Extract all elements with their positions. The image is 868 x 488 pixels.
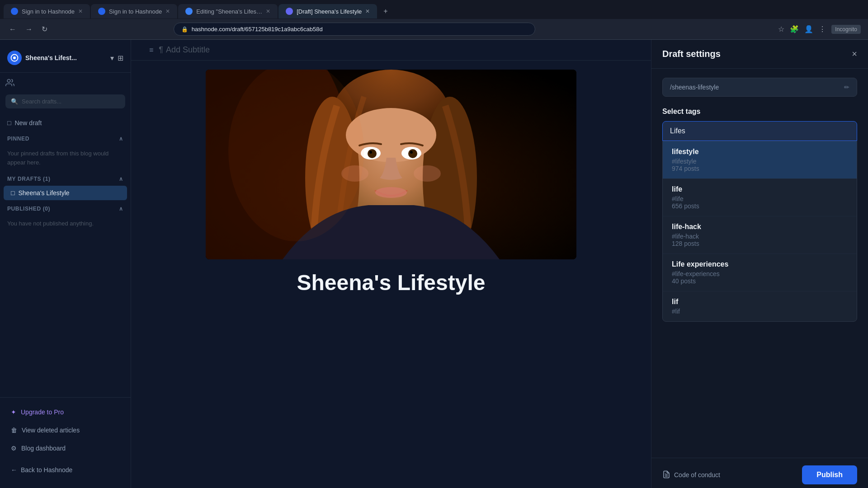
tag-hash-life: #life xyxy=(672,195,848,202)
tag-hash-life-experiences: #life-experiences xyxy=(672,270,848,277)
tab-close-1[interactable]: ✕ xyxy=(78,8,83,14)
publish-button[interactable]: Publish xyxy=(802,465,857,484)
panel-content: /sheenas-lifestyle ✏ Select tags lifesty… xyxy=(651,69,868,458)
tag-name-lifestyle: lifestyle xyxy=(672,148,848,156)
pinned-collapse-icon[interactable]: ∧ xyxy=(119,136,123,142)
tab-label-4: [Draft] Sheena's Lifestyle xyxy=(297,8,362,15)
url-field: /sheenas-lifestyle ✏ xyxy=(662,78,857,97)
pinned-label: PINNED xyxy=(7,136,29,142)
url-bar[interactable]: 🔒 hashnode.com/draft/657125b819c1a9abc6c… xyxy=(174,23,535,36)
article-title[interactable]: Sheena's Lifestyle xyxy=(297,270,486,295)
published-collapse-icon[interactable]: ∧ xyxy=(119,206,123,212)
tags-dropdown: lifestyle #lifestyle 974 posts life #lif… xyxy=(662,141,857,322)
code-of-conduct-label: Code of conduct xyxy=(674,471,720,479)
new-tab-button[interactable]: + xyxy=(378,4,393,19)
blog-dashboard-button[interactable]: ⚙ Blog dashboard xyxy=(7,441,123,455)
tag-name-life: life xyxy=(672,185,848,193)
dashboard-label: Blog dashboard xyxy=(21,445,66,452)
url-text: hashnode.com/draft/657125b819c1a9abc6cab… xyxy=(192,26,323,33)
deleted-label: View deleted articles xyxy=(22,427,80,434)
published-section-header: PUBLISHED (0) ∧ xyxy=(0,200,131,216)
tag-name-life-hack: life-hack xyxy=(672,223,848,231)
pinned-empty-text: Your pinned drafts from this blog would … xyxy=(0,145,131,170)
my-drafts-section-header: MY DRAFTS (1) ∧ xyxy=(0,170,131,186)
tab-close-4[interactable]: ✕ xyxy=(365,8,370,14)
menu-icon[interactable]: ⋮ xyxy=(819,25,826,33)
published-empty-text: You have not published anything. xyxy=(0,216,131,232)
chevron-down-icon[interactable]: ▾ xyxy=(110,54,114,62)
search-bar[interactable]: 🔍 Search drafts... xyxy=(5,94,125,108)
hero-photo xyxy=(206,70,576,259)
my-drafts-label: MY DRAFTS (1) xyxy=(7,176,51,182)
tag-item-life-hack[interactable]: life-hack #life-hack 128 posts xyxy=(663,216,857,254)
back-label: Back to Hashnode xyxy=(21,466,72,474)
browser-chrome: Sign in to Hashnode ✕ Sign in to Hashnod… xyxy=(0,0,868,40)
star-icon: ✦ xyxy=(11,408,16,416)
tag-item-lif[interactable]: lif #lif xyxy=(663,291,857,321)
trash-icon: 🗑 xyxy=(11,427,17,434)
browser-actions: ☆ 🧩 👤 ⋮ Incognito xyxy=(778,25,861,34)
tab-close-2[interactable]: ✕ xyxy=(165,8,170,14)
tab-1[interactable]: Sign in to Hashnode ✕ xyxy=(4,4,90,19)
url-value: /sheenas-lifestyle xyxy=(670,84,719,91)
tab-favicon-2 xyxy=(98,8,105,15)
svg-point-17 xyxy=(410,151,413,154)
new-draft-label: New draft xyxy=(14,119,42,127)
svg-point-14 xyxy=(368,149,377,158)
svg-point-20 xyxy=(414,165,441,182)
blog-title: Sheena's Lifest... xyxy=(25,54,107,61)
url-edit-icon[interactable]: ✏ xyxy=(844,84,849,91)
sidebar-bottom: ✦ Upgrade to Pro 🗑 View deleted articles… xyxy=(0,397,131,484)
new-tab-icon[interactable]: ⊞ xyxy=(118,54,123,62)
tags-label: Select tags xyxy=(662,108,857,116)
draft-label: Sheena's Lifestyle xyxy=(18,189,69,197)
tag-item-life[interactable]: life #life 656 posts xyxy=(663,179,857,216)
back-to-hashnode-button[interactable]: ← Back to Hashnode xyxy=(7,463,123,477)
new-draft-icon: □ xyxy=(7,119,11,127)
svg-point-18 xyxy=(375,187,407,198)
tag-hash-lif: #lif xyxy=(672,308,848,315)
profile-icon[interactable]: 👤 xyxy=(804,25,813,33)
bookmark-icon[interactable]: ☆ xyxy=(778,25,784,33)
hero-image xyxy=(206,70,576,259)
svg-point-2 xyxy=(7,80,10,83)
svg-point-16 xyxy=(369,151,372,154)
search-icon: 🔍 xyxy=(11,98,18,105)
code-of-conduct-link[interactable]: Code of conduct xyxy=(662,470,720,480)
tag-posts-life: 656 posts xyxy=(672,202,848,210)
back-nav-button[interactable]: ← xyxy=(7,23,18,35)
add-subtitle-button[interactable]: ¶ Add Subtitle xyxy=(159,45,210,55)
tag-posts-life-experiences: 40 posts xyxy=(672,277,848,285)
sidebar: Sheena's Lifest... ▾ ⊞ 🔍 Search drafts..… xyxy=(0,40,131,488)
tag-item-lifestyle[interactable]: lifestyle #lifestyle 974 posts xyxy=(663,141,857,179)
add-subtitle-label: Add Subtitle xyxy=(166,45,210,55)
tab-label-3: Editing "Sheena's Lifestyle" xyxy=(196,8,262,15)
sidebar-header: Sheena's Lifest... ▾ ⊞ xyxy=(0,47,131,73)
tab-bar: Sign in to Hashnode ✕ Sign in to Hashnod… xyxy=(0,0,868,19)
sidebar-header-actions: ▾ ⊞ xyxy=(110,54,123,62)
back-arrow-icon: ← xyxy=(11,466,17,474)
tab-2[interactable]: Sign in to Hashnode ✕ xyxy=(91,4,177,19)
close-panel-button[interactable]: × xyxy=(852,49,857,59)
tab-4[interactable]: [Draft] Sheena's Lifestyle ✕ xyxy=(278,4,377,19)
forward-nav-button[interactable]: → xyxy=(24,23,34,35)
editor-content[interactable]: Sheena's Lifestyle xyxy=(131,61,651,488)
draft-settings-panel: Draft settings × /sheenas-lifestyle ✏ Se… xyxy=(651,40,868,488)
reload-button[interactable]: ↻ xyxy=(40,23,49,35)
svg-point-15 xyxy=(408,149,417,158)
my-drafts-collapse-icon[interactable]: ∧ xyxy=(119,176,123,182)
new-draft-button[interactable]: □ New draft xyxy=(0,116,131,130)
extensions-icon[interactable]: 🧩 xyxy=(790,25,799,33)
tags-input[interactable] xyxy=(662,121,857,141)
tab-label-2: Sign in to Hashnode xyxy=(109,8,162,15)
draft-item-sheenas-lifestyle[interactable]: □ Sheena's Lifestyle xyxy=(4,186,127,200)
tab-close-3[interactable]: ✕ xyxy=(266,8,270,14)
view-deleted-articles-button[interactable]: 🗑 View deleted articles xyxy=(7,423,123,437)
tag-item-life-experiences[interactable]: Life experiences #life-experiences 40 po… xyxy=(663,254,857,291)
tag-posts-life-hack: 128 posts xyxy=(672,240,848,247)
tab-3[interactable]: Editing "Sheena's Lifestyle" ✕ xyxy=(178,4,278,19)
tab-label-1: Sign in to Hashnode xyxy=(22,8,75,15)
upgrade-to-pro-button[interactable]: ✦ Upgrade to Pro xyxy=(7,405,123,419)
tag-name-lif: lif xyxy=(672,298,848,306)
published-label: PUBLISHED (0) xyxy=(7,206,50,212)
